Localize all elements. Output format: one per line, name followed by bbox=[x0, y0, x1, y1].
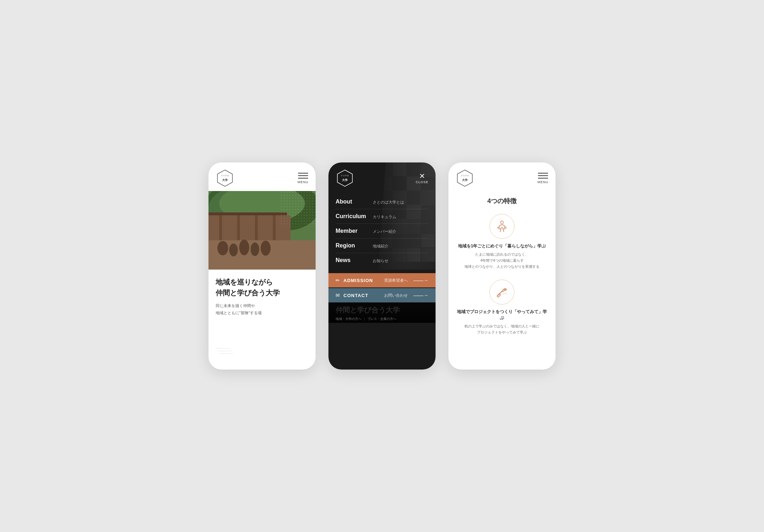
feature1-desc: たまに地域に訪れるのではなく、 4年間で4つの地域に暮らす 地球とのつながり、人… bbox=[464, 251, 539, 270]
svg-rect-19 bbox=[280, 191, 316, 227]
phone1-menu-label: MENU bbox=[298, 180, 309, 184]
phone2-header: さとのは 大学 ✕ CLOSE bbox=[328, 162, 436, 191]
phone1-heading-line1: 地域を巡りながら bbox=[216, 278, 273, 286]
hamburger-icon-3 bbox=[538, 173, 548, 179]
close-x-icon: ✕ bbox=[419, 172, 425, 180]
phone2-footer-links: 地域・大学の方へ ｜ プレス・企業の方へ bbox=[336, 317, 428, 321]
nav-news-en: News bbox=[336, 257, 368, 264]
hline-3 bbox=[298, 178, 308, 179]
phone2-close-button[interactable]: ✕ CLOSE bbox=[416, 172, 428, 184]
nav-region-ja: 地域紹介 bbox=[373, 244, 388, 249]
phone3-logo-top: さとのは bbox=[461, 174, 469, 176]
nav-item-about[interactable]: About さとのば大学とは bbox=[336, 195, 428, 209]
svg-point-15 bbox=[239, 240, 249, 255]
svg-rect-8 bbox=[219, 215, 222, 240]
cta-contact-ja: お問い合わせ bbox=[384, 293, 408, 298]
hero-bg bbox=[208, 191, 316, 270]
nav-curriculum-en: Curriculum bbox=[336, 213, 368, 220]
phone1-logo-bottom: 大学 bbox=[222, 179, 228, 182]
feature1-title: 地域を1年ごとにめぐり「暮らしながら」学ぶ bbox=[458, 243, 546, 249]
svg-rect-9 bbox=[237, 215, 240, 240]
cta-admission-ja: 受講希望者へ bbox=[384, 278, 408, 283]
hline-1 bbox=[298, 173, 308, 174]
cta-admission-en: ADMISSION bbox=[343, 278, 378, 283]
nav-item-curriculum[interactable]: Curriculum カリキュラム bbox=[336, 209, 428, 224]
feature2-desc-line1: 机の上で学ぶのみではなく、地域の人と一緒に bbox=[464, 324, 539, 328]
nav-about-en: About bbox=[336, 199, 368, 205]
phone1-subtext-line1: 同じ未来を描く仲間や bbox=[216, 303, 255, 308]
nav-item-region[interactable]: Region 地域紹介 bbox=[336, 239, 428, 253]
phone1-heading-line2: 仲間と学び合う大学 bbox=[216, 289, 280, 297]
nav-about-ja: さとのば大学とは bbox=[373, 200, 404, 205]
phone3-content: 4つの特徴 地域を1年ごとにめぐり「暮らしながら」学ぶ bbox=[448, 191, 556, 351]
phone2-footer-text: 仲間と学び合う大学 bbox=[336, 305, 428, 315]
hline-3-2 bbox=[538, 175, 548, 176]
feature-item-1: 地域を1年ごとにめぐり「暮らしながら」学ぶ たまに地域に訪れるのではなく、 4年… bbox=[456, 214, 548, 270]
feature2-desc: 机の上で学ぶのみではなく、地域の人と一緒に プロジェクトをやってみて学ぶ bbox=[464, 323, 539, 335]
svg-point-13 bbox=[217, 241, 228, 255]
phone2-logo-bottom: 大学 bbox=[342, 179, 348, 182]
phone1-content: 地域を巡りながら 仲間と学び合う大学 同じ未来を描く仲間や 地域とともに"冒険"… bbox=[208, 270, 316, 320]
feature1-icon-circle bbox=[489, 214, 514, 239]
hline-3-1 bbox=[538, 173, 548, 174]
svg-marker-53 bbox=[337, 170, 352, 186]
phone3-logo-bottom: 大学 bbox=[462, 179, 468, 182]
phone2-logo-top: さとのは bbox=[341, 174, 349, 176]
phone1-hero-image bbox=[208, 191, 316, 270]
svg-point-14 bbox=[229, 244, 238, 256]
hline-2 bbox=[298, 175, 308, 176]
feature2-icon-circle bbox=[489, 280, 514, 305]
phone1-menu-button[interactable]: MENU bbox=[298, 173, 309, 184]
phone1-logo: さとのは 大学 bbox=[216, 169, 234, 187]
cta-admission-button[interactable]: ✏ ADMISSION 受講希望者へ ——→ bbox=[328, 273, 436, 287]
phone-2: さとのは 大学 ✕ CLOSE About さとのば大学とは Curriculu… bbox=[328, 162, 436, 370]
nav-member-ja: メンバー紹介 bbox=[373, 229, 396, 234]
hamburger-icon bbox=[298, 173, 308, 179]
phone3-menu-label: MENU bbox=[538, 180, 549, 184]
svg-point-55 bbox=[501, 221, 503, 224]
phone2-footer: 仲間と学び合う大学 地域・大学の方へ ｜ プレス・企業の方へ bbox=[328, 302, 436, 323]
phone1-deco-lines bbox=[216, 347, 233, 359]
phone2-cta-section: ✏ ADMISSION 受講希望者へ ——→ ✉ CONTACT お問い合わせ … bbox=[328, 273, 436, 302]
phone2-nav: About さとのば大学とは Curriculum カリキュラム Member … bbox=[328, 191, 436, 271]
phone1-logo-top: さとのは bbox=[221, 174, 229, 176]
cta-contact-button[interactable]: ✉ CONTACT お問い合わせ ——→ bbox=[328, 288, 436, 302]
phone3-menu-button[interactable]: MENU bbox=[538, 173, 549, 184]
phone-1: さとのは 大学 MENU bbox=[208, 162, 316, 370]
pencil-icon: ✏ bbox=[336, 277, 340, 283]
feature1-desc-line3: 地球とのつながり、人とのつながりを実感する bbox=[464, 265, 539, 268]
svg-rect-10 bbox=[255, 215, 258, 240]
contact-arrow-icon: ——→ bbox=[413, 292, 428, 298]
phone3-section-title: 4つの特徴 bbox=[456, 197, 548, 205]
phone1-header: さとのは 大学 MENU bbox=[208, 162, 316, 191]
phone1-subtext: 同じ未来を描く仲間や 地域とともに"冒険"する場 bbox=[216, 302, 308, 317]
phone1-subtext-line2: 地域とともに"冒険"する場 bbox=[216, 311, 262, 315]
feature1-desc-line2: 4年間で4つの地域に暮らす bbox=[480, 259, 523, 262]
nav-member-en: Member bbox=[336, 228, 368, 234]
nav-item-member[interactable]: Member メンバー紹介 bbox=[336, 224, 428, 239]
svg-rect-56 bbox=[497, 293, 501, 297]
footer-link-region[interactable]: 地域・大学の方へ bbox=[336, 317, 361, 321]
nav-news-ja: お知らせ bbox=[373, 258, 388, 264]
mail-icon: ✉ bbox=[336, 292, 340, 298]
nav-curriculum-ja: カリキュラム bbox=[373, 214, 396, 220]
phone2-logo: さとのは 大学 bbox=[336, 169, 354, 187]
feature-item-2: 地域でプロジェクトをつくり「やってみて」学ぶ 机の上で学ぶのみではなく、地域の人… bbox=[456, 280, 548, 335]
nav-item-news[interactable]: News お知らせ bbox=[336, 253, 428, 267]
footer-link-press[interactable]: プレス・企業の方へ bbox=[367, 317, 396, 321]
feature1-desc-line1: たまに地域に訪れるのではなく、 bbox=[475, 252, 529, 256]
cta-contact-en: CONTACT bbox=[343, 293, 378, 298]
feature2-desc-line2: プロジェクトをやってみて学ぶ bbox=[477, 330, 527, 334]
phone2-bg: さとのは 大学 ✕ CLOSE About さとのば大学とは Curriculu… bbox=[328, 162, 436, 370]
phone1-heading: 地域を巡りながら 仲間と学び合う大学 bbox=[216, 277, 308, 298]
admission-arrow-icon: ——→ bbox=[413, 277, 428, 283]
svg-marker-0 bbox=[217, 170, 232, 186]
nav-region-en: Region bbox=[336, 242, 368, 249]
phones-container: さとのは 大学 MENU bbox=[208, 162, 556, 370]
svg-rect-11 bbox=[273, 215, 276, 240]
phone3-header: さとのは 大学 MENU bbox=[448, 162, 556, 191]
feature2-title: 地域でプロジェクトをつくり「やってみて」学ぶ bbox=[456, 309, 548, 321]
svg-point-16 bbox=[251, 242, 259, 256]
svg-marker-54 bbox=[457, 170, 472, 186]
phone2-close-label: CLOSE bbox=[416, 180, 428, 184]
